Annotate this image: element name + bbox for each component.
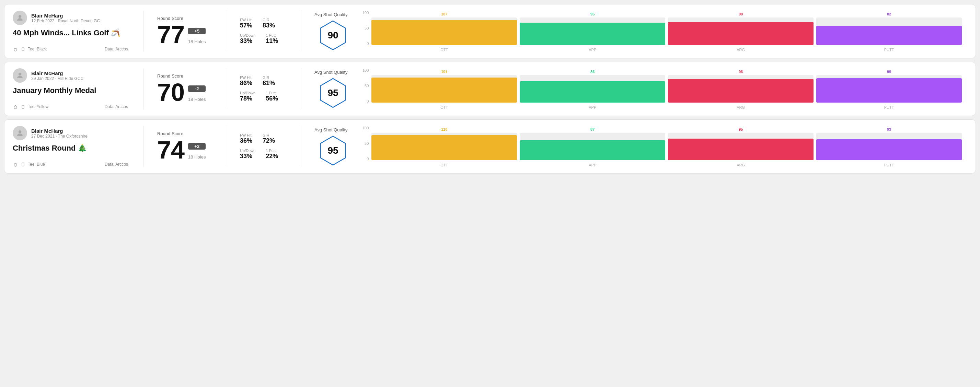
player-info: Blair McHarg 27 Dec 2021 · The Oxfordshi…: [31, 128, 88, 139]
one-putt-stat: 1 Putt 56%: [266, 91, 278, 102]
hexagon-container: 95: [318, 78, 348, 108]
score-holes: 18 Holes: [188, 154, 205, 160]
bar-value: 98: [739, 12, 743, 16]
bar-wrapper: [668, 75, 813, 103]
bar-label: ARG: [737, 48, 745, 52]
score-label: Round Score: [157, 131, 212, 136]
stats-row-2: Up/Down 78% 1 Putt 56%: [240, 91, 288, 102]
stats-section: FW Hit 36% GIR 72% Up/Down 33% 1 Putt 22…: [233, 126, 295, 167]
divider-2: [226, 126, 226, 167]
bar-label: OTT: [441, 48, 448, 52]
hexagon-value: 95: [328, 145, 338, 156]
chart-section: 100 50 0 107 OTT 95 APP 98: [357, 11, 967, 52]
player-date: 12 Feb 2022 · Royal North Devon GC: [31, 19, 100, 23]
weather-icon: [13, 46, 18, 52]
bar-label: OTT: [441, 163, 448, 167]
round-title: Christmas Round 🎄: [13, 144, 128, 153]
bar-group-ott: 110 OTT: [371, 127, 517, 167]
fw-hit-value: 36%: [240, 137, 252, 144]
chart-y-axis: 100 50 0: [363, 68, 369, 109]
score-label: Round Score: [157, 16, 212, 21]
score-section: Round Score 70 -2 18 Holes: [150, 68, 219, 109]
bar-label: PUTT: [884, 48, 894, 52]
bar-value: 93: [887, 127, 891, 132]
avatar: [13, 11, 27, 25]
bar-label: APP: [589, 163, 596, 167]
stats-row-2: Up/Down 33% 1 Putt 22%: [240, 149, 288, 160]
player-bottom: Tee: Blue Data: Arccos: [13, 162, 128, 167]
divider-1: [143, 11, 143, 52]
fw-hit-label: FW Hit: [240, 18, 252, 22]
player-date: 29 Jan 2022 · Mill Ride GCC: [31, 76, 83, 81]
score-diff-badge: +5: [188, 28, 205, 34]
score-holes: 18 Holes: [188, 39, 205, 44]
fw-hit-value: 86%: [240, 79, 252, 87]
player-top: Blair McHarg 29 Jan 2022 · Mill Ride GCC: [13, 68, 128, 82]
weather-icon: [13, 104, 18, 109]
chart-y-axis: 100 50 0: [363, 11, 369, 52]
bar-group-ott: 107 OTT: [371, 12, 517, 52]
y-label-50: 50: [363, 84, 369, 88]
bar-value: 82: [887, 12, 891, 16]
bar-value: 99: [887, 70, 891, 74]
bar-fill: [816, 139, 962, 160]
svg-point-5: [14, 106, 17, 109]
player-info: Blair McHarg 12 Feb 2022 · Royal North D…: [31, 13, 100, 23]
chart-area: 100 50 0 110 OTT 87 APP 95: [363, 126, 962, 167]
one-putt-label: 1 Putt: [266, 91, 278, 95]
bar-value: 96: [739, 70, 743, 74]
quality-label: Avg Shot Quality: [314, 70, 348, 75]
round-title: 40 Mph Winds... Links Golf 🪃: [13, 29, 128, 37]
svg-rect-10: [22, 163, 24, 166]
bar-group-ott: 101 OTT: [371, 70, 517, 109]
one-putt-label: 1 Putt: [266, 33, 278, 37]
svg-rect-6: [22, 105, 24, 108]
stats-row-1: FW Hit 57% GIR 83%: [240, 18, 288, 29]
bar-wrapper: [371, 133, 517, 160]
divider-3: [302, 11, 302, 52]
hexagon-container: 90: [318, 20, 348, 51]
bar-group-app: 87 APP: [520, 127, 665, 167]
bar-fill: [371, 78, 517, 103]
one-putt-value: 22%: [266, 153, 278, 160]
gir-label: GIR: [262, 18, 275, 22]
chart-section: 100 50 0 110 OTT 87 APP 95: [357, 126, 967, 167]
bar-label: PUTT: [884, 163, 894, 167]
quality-section: Avg Shot Quality 95: [309, 126, 357, 167]
bar-value: 87: [590, 127, 595, 132]
avatar: [13, 126, 27, 140]
tee-info: Tee: Yellow: [13, 104, 48, 109]
gir-value: 61%: [262, 79, 275, 87]
bar-wrapper: [520, 75, 665, 103]
up-down-value: 78%: [240, 95, 255, 102]
score-holes: 18 Holes: [188, 97, 205, 102]
player-name: Blair McHarg: [31, 128, 88, 134]
svg-point-1: [14, 48, 17, 51]
fw-hit-stat: FW Hit 36%: [240, 133, 252, 144]
svg-rect-2: [22, 48, 24, 51]
quality-section: Avg Shot Quality 90: [309, 11, 357, 52]
divider-3: [302, 68, 302, 109]
bar-fill: [520, 81, 665, 103]
bar-value: 107: [441, 12, 447, 16]
up-down-label: Up/Down: [240, 91, 255, 95]
bar-fill: [668, 139, 813, 160]
bar-fill: [520, 23, 665, 45]
y-label-100: 100: [363, 11, 369, 15]
chart-area: 100 50 0 107 OTT 95 APP 98: [363, 11, 962, 52]
quality-label: Avg Shot Quality: [314, 127, 348, 132]
chart-y-axis: 100 50 0: [363, 126, 369, 167]
fw-hit-stat: FW Hit 86%: [240, 76, 252, 87]
svg-point-8: [19, 130, 21, 133]
score-diff-badge: -2: [188, 86, 205, 92]
fw-hit-label: FW Hit: [240, 133, 252, 137]
quality-label: Avg Shot Quality: [314, 12, 348, 17]
divider-3: [302, 126, 302, 167]
y-label-0: 0: [363, 157, 369, 161]
bar-group-arg: 98 ARG: [668, 12, 813, 52]
svg-point-4: [19, 73, 21, 76]
chart-section: 100 50 0 101 OTT 86 APP 96: [357, 68, 967, 109]
gir-value: 72%: [262, 137, 275, 144]
fw-hit-stat: FW Hit 57%: [240, 18, 252, 29]
fw-hit-label: FW Hit: [240, 76, 252, 79]
